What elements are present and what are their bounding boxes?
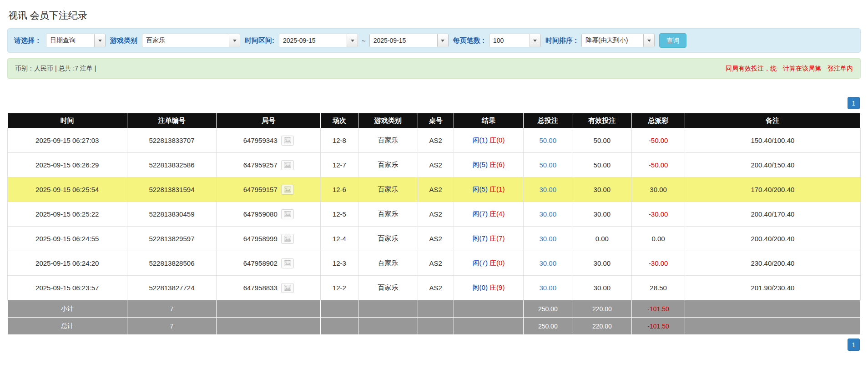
total-bet-link[interactable]: 30.00 (540, 210, 557, 218)
date-range-label: 时间区间: (245, 36, 274, 45)
date-to-input[interactable] (370, 34, 437, 47)
select-type-dropdown-button[interactable] (94, 34, 105, 47)
payout-cell: -30.00 (632, 202, 685, 227)
result-cell: 闲(1) 庄(0) (454, 128, 524, 153)
payout-cell: 28.50 (632, 276, 685, 300)
banker-result: 庄(6) (490, 161, 505, 168)
round-number: 647959080 (243, 210, 278, 218)
date-to-dropdown-button[interactable] (437, 34, 448, 47)
bet-id-cell: 522813832586 (127, 153, 217, 177)
table-row: 2025-09-15 06:25:22 522813830459 6479590… (8, 202, 861, 227)
valid-bet-cell: 50.00 (572, 128, 632, 153)
total-bet-link[interactable]: 50.00 (540, 161, 557, 169)
table-row: 2025-09-15 06:24:55 522813829597 6479589… (8, 227, 861, 251)
round-cell: 647959343 (217, 128, 321, 153)
col-header-session: 场次 (321, 113, 358, 128)
banker-result: 庄(9) (490, 283, 505, 291)
table-no-cell: AS2 (418, 251, 454, 276)
game-type-dropdown-button[interactable] (229, 34, 240, 47)
total-bet-link[interactable]: 50.00 (540, 136, 557, 144)
summary-bar: 币别：人民币 | 总共 :7 注单 | 同局有效投注，统一计算在该局第一张注单内 (7, 58, 861, 79)
col-header-bet-id: 注单编号 (127, 113, 217, 128)
date-from-dropdown-button[interactable] (347, 34, 358, 47)
game-type-cell: 百家乐 (358, 177, 418, 202)
note-cell: 200.40/170.40 (685, 202, 860, 227)
replay-video-button[interactable] (281, 185, 294, 195)
result-cell: 闲(7) 庄(4) (454, 202, 524, 227)
result-cell: 闲(7) 庄(0) (454, 251, 524, 276)
page-size-combo (489, 34, 541, 47)
sort-order-dropdown-button[interactable] (643, 34, 654, 47)
banker-result: 庄(7) (490, 234, 505, 242)
total-bet-link[interactable]: 30.00 (540, 235, 557, 243)
result-cell: 闲(7) 庄(7) (454, 227, 524, 251)
page-container: 视讯 会员下注纪录 请选择： 游戏类别 时间区间: ~ 每页笔数 : 时间排序 … (0, 0, 868, 364)
round-number: 647959343 (243, 136, 278, 144)
summary-currency-count-text: 币别：人民币 | 总共 :7 注单 | (15, 65, 96, 73)
replay-video-button[interactable] (281, 160, 294, 170)
bet-id-cell: 522813829597 (127, 227, 217, 251)
banker-result: 庄(4) (490, 210, 505, 217)
image-icon (284, 285, 291, 291)
image-icon (284, 211, 291, 217)
table-body: 2025-09-15 06:27:03 522813833707 6479593… (8, 128, 861, 300)
sort-order-input[interactable] (582, 34, 643, 47)
note-cell: 200.40/150.40 (685, 153, 860, 177)
page-size-dropdown-button[interactable] (530, 34, 540, 47)
image-icon (284, 162, 291, 168)
subtotal-payout: -101.50 (632, 300, 685, 318)
summary-note-text: 同局有效投注，统一计算在该局第一张注单内 (726, 65, 853, 73)
result-cell: 闲(0) 庄(9) (454, 276, 524, 300)
page-title: 视讯 会员下注纪录 (8, 9, 861, 22)
table-row: 2025-09-15 06:24:20 522813828506 6479589… (8, 251, 861, 276)
valid-bet-cell: 0.00 (572, 227, 632, 251)
session-cell: 12-6 (321, 177, 358, 202)
total-bet-link[interactable]: 30.00 (540, 259, 557, 267)
game-type-input[interactable] (142, 34, 229, 47)
page-button-1[interactable]: 1 (848, 339, 860, 351)
select-type-combo (46, 34, 106, 47)
total-bet-cell: 50.00 (524, 153, 572, 177)
game-type-cell: 百家乐 (358, 251, 418, 276)
pagination-top: 1 (8, 97, 860, 109)
round-cell: 647959157 (217, 177, 321, 202)
session-cell: 12-7 (321, 153, 358, 177)
note-cell: 150.40/100.40 (685, 128, 860, 153)
payout-cell: 30.00 (632, 177, 685, 202)
subtotal-label: 小计 (8, 300, 127, 318)
filter-bar: 请选择： 游戏类别 时间区间: ~ 每页笔数 : 时间排序 : (7, 28, 861, 53)
table-no-cell: AS2 (418, 202, 454, 227)
round-cell: 647959257 (217, 153, 321, 177)
total-total-bet: 250.00 (524, 318, 572, 335)
time-cell: 2025-09-15 06:27:03 (8, 128, 127, 153)
date-from-input[interactable] (279, 34, 347, 47)
page-button-1[interactable]: 1 (848, 97, 860, 109)
round-cell: 647958833 (217, 276, 321, 300)
image-icon (284, 236, 291, 242)
replay-video-button[interactable] (281, 234, 294, 244)
total-bet-link[interactable]: 30.00 (540, 186, 557, 193)
valid-bet-cell: 50.00 (572, 153, 632, 177)
bet-id-cell: 522813830459 (127, 202, 217, 227)
table-no-cell: AS2 (418, 227, 454, 251)
caret-down-icon (98, 40, 102, 42)
total-bet-link[interactable]: 30.00 (540, 284, 557, 292)
table-no-cell: AS2 (418, 276, 454, 300)
page-size-input[interactable] (490, 34, 530, 47)
payout-cell: -50.00 (632, 153, 685, 177)
replay-video-button[interactable] (281, 283, 294, 293)
col-header-valid-bet: 有效投注 (572, 113, 632, 128)
total-row: 总计 7 250.00 220.00 -101.50 (8, 318, 861, 335)
replay-video-button[interactable] (281, 136, 294, 146)
replay-video-button[interactable] (281, 258, 294, 268)
result-cell: 闲(5) 庄(6) (454, 153, 524, 177)
round-number: 647958902 (243, 259, 278, 267)
round-number: 647958999 (243, 235, 278, 243)
session-cell: 12-3 (321, 251, 358, 276)
search-button[interactable]: 查询 (659, 33, 686, 48)
select-type-input[interactable] (46, 34, 94, 47)
date-to-combo (369, 34, 449, 47)
replay-video-button[interactable] (281, 209, 294, 219)
round-cell: 647958902 (217, 251, 321, 276)
round-cell: 647958999 (217, 227, 321, 251)
